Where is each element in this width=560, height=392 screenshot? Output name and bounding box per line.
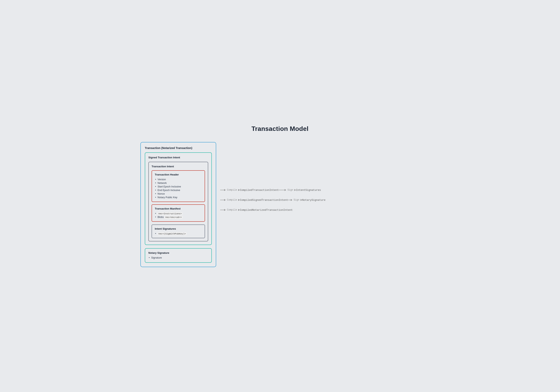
box-intent-signatures: Intent Signatures Vec<(SigWithPubKey)> bbox=[151, 224, 205, 238]
list-item: Start Epoch Inclusive bbox=[155, 185, 202, 188]
compiled-label-3: CompiledNotarizedTransactionIntent bbox=[240, 209, 293, 211]
header-items-list: Version Network Start Epoch Inclusive En… bbox=[155, 178, 202, 199]
list-item: Vec<Instructions> bbox=[155, 212, 202, 215]
arrow-head bbox=[224, 209, 226, 211]
line-seg bbox=[220, 190, 224, 190]
list-item: End Epoch Inclusive bbox=[155, 188, 202, 192]
list-item: Vec<(SigWithPubKey)> bbox=[155, 232, 202, 235]
compiled-label-2: CompiledSignedTransactionIntent bbox=[240, 199, 288, 201]
code-tag: Vec<(SigWithPubKey)> bbox=[158, 232, 187, 235]
list-item: Network bbox=[155, 181, 202, 185]
sign-label-1: Sign bbox=[286, 189, 294, 191]
arrow-head bbox=[238, 189, 240, 191]
result-label-2: NotarySignature bbox=[302, 199, 325, 201]
box-transaction-manifest: Transaction Manifest Vec<Instructions> B… bbox=[151, 204, 205, 222]
box-signed-transaction-intent: Signed Transaction Intent Transaction In… bbox=[145, 152, 212, 245]
intent-label: Transaction Intent bbox=[151, 165, 205, 168]
list-item: Notary Public Key bbox=[155, 196, 202, 199]
page-title: Transaction Model bbox=[140, 125, 420, 133]
arrow-head bbox=[291, 199, 292, 201]
diagram-area: Transaction (Notarized Transaction) Sign… bbox=[140, 142, 420, 267]
blobs-prefix: Blobs bbox=[158, 216, 165, 219]
list-item: Signature bbox=[148, 256, 208, 259]
code-tag: Vec<Instructions> bbox=[158, 212, 182, 215]
page-container: Transaction Model Transaction (Notarized… bbox=[140, 125, 420, 267]
arrow-head bbox=[238, 199, 240, 201]
compiled-label-1: CompiledTransactionIntent bbox=[240, 189, 279, 192]
manifest-label: Transaction Manifest bbox=[155, 207, 202, 210]
intent-sigs-list: Vec<(SigWithPubKey)> bbox=[155, 232, 202, 235]
arrow-head bbox=[300, 199, 302, 201]
box-notary-signature: Notary Signature Signature bbox=[145, 248, 212, 263]
arrow-head bbox=[238, 209, 240, 211]
intent-sigs-label: Intent Signatures bbox=[155, 227, 202, 230]
notary-sig-list: Signature bbox=[148, 256, 208, 259]
arrow-head bbox=[224, 189, 226, 191]
result-label-1: IntentSignatures bbox=[296, 189, 321, 192]
compile-label-2: Compile bbox=[226, 199, 238, 201]
signed-label: Signed Transaction Intent bbox=[148, 156, 208, 159]
sign-label-2: Sign bbox=[292, 199, 300, 201]
flow-row-3: Compile CompiledNotarizedTransactionInte… bbox=[220, 209, 293, 211]
header-label: Transaction Header bbox=[155, 173, 202, 176]
arrow-head bbox=[285, 189, 286, 191]
compile-label-3: Compile bbox=[226, 209, 238, 211]
box-notarized-transaction: Transaction (Notarized Transaction) Sign… bbox=[140, 142, 216, 267]
arrow-head bbox=[224, 199, 226, 201]
line-seg bbox=[220, 200, 224, 200]
line-seg bbox=[220, 210, 224, 210]
compile-label-1: Compile bbox=[226, 189, 238, 191]
line bbox=[279, 190, 285, 190]
notarized-label: Transaction (Notarized Transaction) bbox=[145, 146, 212, 150]
list-item: Blobs Vec<Vec<u8>> bbox=[155, 215, 202, 219]
flow-row-2: Compile CompiledSignedTransactionIntent … bbox=[220, 199, 325, 201]
code-tag: Vec<Vec<u8>> bbox=[165, 216, 183, 219]
box-transaction-intent: Transaction Intent Transaction Header Ve… bbox=[148, 162, 208, 241]
list-item: Version bbox=[155, 178, 202, 181]
line bbox=[288, 200, 291, 200]
list-item: Nonce bbox=[155, 192, 202, 196]
flow-area: Compile CompiledTransactionIntent Sign I… bbox=[216, 145, 420, 264]
box-transaction-header: Transaction Header Version Network Start… bbox=[151, 170, 205, 202]
flow-row-1: Compile CompiledTransactionIntent Sign I… bbox=[220, 189, 321, 192]
arrow-head bbox=[294, 189, 296, 191]
notary-sig-label: Notary Signature bbox=[148, 251, 208, 254]
manifest-items-list: Vec<Instructions> Blobs Vec<Vec<u8>> bbox=[155, 212, 202, 219]
